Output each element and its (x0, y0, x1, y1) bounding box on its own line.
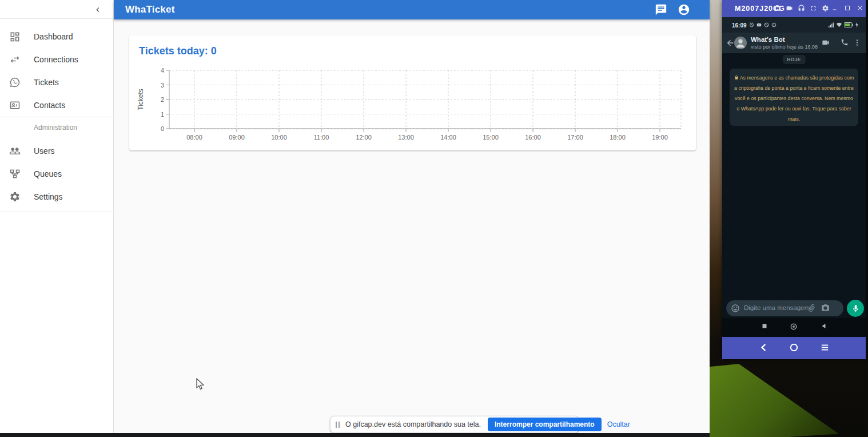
fullscreen-icon[interactable] (810, 5, 817, 12)
contact-card-icon (9, 99, 21, 112)
account-button[interactable] (678, 3, 690, 16)
sidebar-divider (0, 117, 114, 117)
back-arrow-icon[interactable] (726, 38, 735, 47)
sidebar-item-connections[interactable]: Connections (0, 48, 113, 71)
gear-icon (9, 190, 21, 203)
nav-back-icon[interactable] (821, 323, 827, 329)
sidebar-item-label: Contacts (34, 101, 65, 110)
toolbar-menu-icon[interactable] (820, 343, 830, 352)
chevron-left-icon (93, 5, 102, 14)
encryption-notice-text: As mensagens e as chamadas são protegida… (734, 75, 854, 122)
sidebar: Dashboard Connections Tickets Contacts (0, 0, 114, 433)
svg-text:09:00: 09:00 (229, 134, 245, 141)
sidebar-header (0, 0, 114, 19)
settings-gear-icon[interactable] (822, 5, 829, 12)
contact-avatar[interactable] (734, 37, 747, 49)
sidebar-section-label: Administration (34, 124, 77, 132)
whatsapp-chat-area: HOJE As mensagens e as chamadas são prot… (722, 53, 866, 299)
sidebar-item-dashboard[interactable]: Dashboard (0, 25, 113, 48)
sidebar-divider (0, 212, 114, 212)
svg-text:12:00: 12:00 (356, 134, 372, 141)
videocall-icon[interactable] (821, 38, 830, 47)
people-icon (9, 145, 21, 157)
svg-text:16:00: 16:00 (525, 134, 541, 141)
toolbar-home-icon[interactable] (789, 343, 799, 352)
sidebar-item-label: Tickets (34, 78, 59, 87)
contact-name[interactable]: What's Bot (751, 36, 785, 43)
sidebar-item-label: Connections (34, 55, 78, 64)
stop-sharing-button[interactable]: Interromper compartilhamento (488, 418, 602, 431)
sidebar-item-queues[interactable]: Queues (0, 162, 113, 185)
hide-share-bar-link[interactable]: Ocultar (607, 420, 630, 428)
account-circle-icon (678, 3, 690, 16)
collapse-sidebar-button[interactable] (91, 3, 105, 17)
screenshot-camera-icon[interactable] (774, 5, 781, 12)
phone-mirror-window: M2007J20CG 16:09 (722, 0, 866, 359)
record-videocam-icon[interactable] (786, 5, 793, 12)
card-title: Tickets today: 0 (139, 45, 217, 57)
mic-button[interactable] (847, 300, 864, 317)
whatsapp-icon (9, 76, 21, 89)
battery-icon (844, 22, 853, 27)
screen: Dashboard Connections Tickets Contacts (0, 0, 868, 437)
signal-icon (829, 22, 834, 27)
tickets-today-card: Tickets today: 0 0123408:0009:0010:0011:… (129, 35, 696, 150)
svg-text:2: 2 (161, 96, 164, 103)
charging-icon (855, 22, 859, 27)
sidebar-item-users[interactable]: Users (0, 140, 113, 162)
sidebar-item-contacts[interactable]: Contacts (0, 94, 113, 117)
nav-home-icon[interactable] (790, 323, 798, 331)
dashboard-icon (9, 30, 21, 43)
maximize-icon[interactable] (844, 5, 851, 11)
chat-button[interactable] (655, 3, 667, 16)
alarm-icon (749, 22, 754, 27)
sidebar-item-settings[interactable]: Settings (0, 185, 113, 208)
kebab-menu-icon[interactable] (853, 38, 861, 47)
svg-text:19:00: 19:00 (652, 134, 668, 141)
whatsapp-input-row: Digite uma mensagem (722, 299, 866, 318)
app-topbar: WhaTicket (114, 0, 710, 19)
call-icon[interactable] (841, 38, 849, 46)
swap-arrows-icon (9, 53, 21, 66)
camera-icon[interactable] (821, 304, 830, 312)
svg-text:08:00: 08:00 (186, 134, 202, 141)
app-circle-icon (764, 22, 769, 27)
wallpaper-leaf (707, 359, 839, 437)
message-input[interactable]: Digite uma mensagem (726, 300, 843, 316)
svg-text:0: 0 (161, 125, 164, 132)
sidebar-item-label: Settings (34, 192, 63, 201)
lock-icon (734, 75, 739, 80)
message-input-placeholder: Digite uma mensagem (744, 304, 810, 311)
toolbar-back-icon[interactable] (759, 343, 769, 352)
scrcpy-toolbar (722, 337, 866, 359)
date-divider-chip: HOJE (782, 55, 805, 64)
svg-text:14:00: 14:00 (440, 134, 456, 141)
svg-text:18:00: 18:00 (610, 134, 626, 141)
svg-text:Tickets: Tickets (137, 89, 145, 110)
emoji-icon[interactable] (731, 304, 740, 313)
sidebar-item-label: Dashboard (34, 32, 73, 41)
svg-text:15:00: 15:00 (483, 134, 499, 141)
whatsapp-chat-header: What's Bot visto por último hoje às 16:0… (722, 33, 866, 53)
sidebar-item-label: Queues (34, 169, 62, 178)
drag-handle-icon[interactable] (336, 422, 340, 428)
svg-text:3: 3 (161, 82, 164, 89)
chat-bubble-icon (655, 3, 667, 16)
svg-text:10:00: 10:00 (271, 134, 287, 141)
sidebar-item-label: Users (34, 146, 55, 156)
android-nav-bar (722, 318, 866, 337)
close-icon[interactable] (857, 5, 863, 11)
sidebar-item-tickets[interactable]: Tickets (0, 71, 113, 94)
phone-titlebar[interactable]: M2007J20CG (722, 0, 866, 17)
minimize-icon[interactable] (831, 5, 838, 11)
mic-icon (851, 304, 860, 313)
svg-text:13:00: 13:00 (398, 134, 414, 141)
app-circle-icon (771, 22, 777, 27)
headset-icon[interactable] (798, 5, 805, 12)
svg-text:17:00: 17:00 (567, 134, 583, 141)
status-time: 16:09 (732, 22, 747, 29)
encryption-notice[interactable]: As mensagens e as chamadas são protegida… (730, 69, 858, 126)
nav-recents-icon[interactable] (761, 323, 768, 329)
svg-text:4: 4 (161, 67, 164, 74)
screen-share-bar: O gifcap.dev está compartilhando sua tel… (330, 416, 579, 433)
